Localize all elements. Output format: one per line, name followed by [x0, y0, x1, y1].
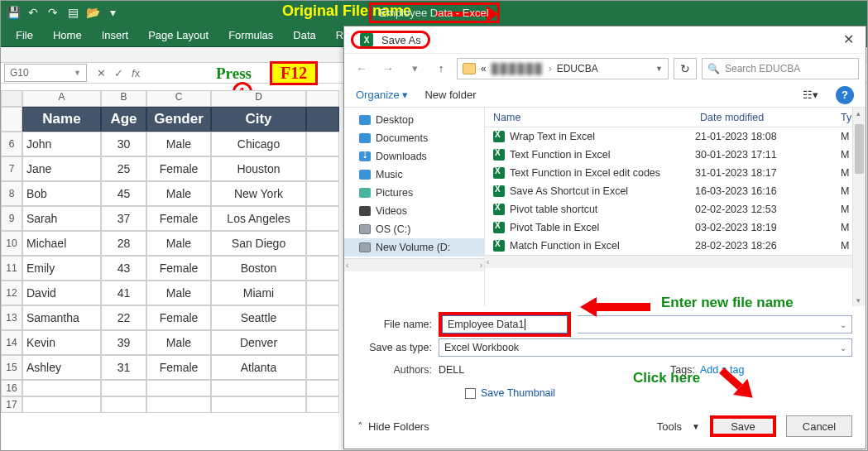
save-icon[interactable]: 💾 [7, 7, 19, 18]
cell[interactable]: 43 [101, 256, 146, 281]
row-header[interactable]: 12 [1, 281, 22, 305]
tree-item[interactable]: Music [344, 166, 484, 184]
cell[interactable]: Seattle [211, 305, 306, 330]
tools-menu[interactable]: Tools▼ [657, 420, 700, 433]
file-list-vscroll[interactable]: ▴▾ [852, 108, 866, 306]
cell[interactable]: Miami [211, 281, 306, 305]
col-date[interactable]: Date modified [700, 112, 841, 123]
tab-home[interactable]: Home [53, 29, 82, 41]
row-header[interactable]: 11 [1, 256, 22, 281]
cancel-formula-icon[interactable]: ✕ [97, 67, 106, 79]
cell[interactable]: Jane [22, 156, 101, 181]
row-header[interactable]: 13 [1, 305, 22, 330]
cell[interactable]: Ashley [22, 355, 101, 380]
row-header[interactable]: 6 [1, 132, 22, 156]
help-icon[interactable]: ? [836, 86, 854, 104]
cell[interactable]: 30 [101, 132, 146, 156]
tree-item[interactable]: Pictures [344, 184, 484, 202]
row-header[interactable]: 14 [1, 330, 22, 355]
authors-value[interactable]: DELL [439, 364, 505, 376]
cell[interactable]: 41 [101, 281, 146, 305]
file-list-hscroll[interactable]: ‹› [485, 255, 866, 268]
cell[interactable] [306, 156, 339, 181]
cancel-button[interactable]: Cancel [786, 415, 852, 437]
cell[interactable]: Chicago [211, 132, 306, 156]
tab-review-cut[interactable]: R [336, 29, 343, 41]
cell[interactable] [306, 132, 339, 156]
tree-item[interactable]: Downloads [344, 147, 484, 166]
cell[interactable] [306, 281, 339, 305]
cell[interactable]: Female [146, 355, 211, 380]
row-header[interactable]: 16 [1, 380, 22, 396]
redo-icon[interactable]: ↷ [47, 7, 59, 18]
nav-forward-icon[interactable]: → [377, 58, 399, 79]
cell[interactable]: 37 [101, 206, 146, 231]
col-header-blank[interactable] [306, 90, 339, 107]
cell[interactable]: 31 [101, 355, 146, 380]
file-row[interactable]: Text Function in Excel30-01-2023 17:11M [485, 146, 866, 164]
tab-data[interactable]: Data [293, 29, 315, 41]
fx-icon[interactable]: fx [132, 67, 140, 79]
tree-item[interactable]: Videos [344, 202, 484, 220]
organize-menu[interactable]: Organize ▾ [356, 89, 408, 101]
cell[interactable]: Sarah [22, 206, 101, 231]
row-header[interactable]: 7 [1, 156, 22, 181]
row-header[interactable]: 15 [1, 355, 22, 380]
search-input[interactable]: 🔍 Search EDUCBA [702, 58, 859, 79]
cell[interactable] [306, 305, 339, 330]
cell[interactable]: Male [146, 132, 211, 156]
row-header[interactable]: 9 [1, 206, 22, 231]
cell[interactable]: Male [146, 330, 211, 355]
qat-more-icon[interactable]: ▾ [107, 7, 118, 18]
enter-formula-icon[interactable]: ✓ [114, 67, 123, 79]
cell[interactable]: Bob [22, 181, 101, 206]
col-header-D[interactable]: D [211, 90, 306, 107]
hide-folders-toggle[interactable]: ˄ Hide Folders [357, 420, 429, 433]
tree-hscroll[interactable]: ‹› [344, 258, 484, 271]
cell[interactable]: Boston [211, 256, 306, 281]
cell[interactable]: Male [146, 281, 211, 305]
cell[interactable]: Emily [22, 256, 101, 281]
cell[interactable]: 39 [101, 330, 146, 355]
address-bar[interactable]: « ██████ › EDUCBA ▼ [457, 58, 669, 79]
tree-item[interactable]: New Volume (D: [344, 238, 484, 257]
tab-pagelayout[interactable]: Page Layout [148, 29, 209, 41]
tree-item[interactable]: Documents [344, 129, 484, 147]
cell[interactable] [306, 256, 339, 281]
file-row[interactable]: Match Function in Excel28-02-2023 18:26M [485, 237, 866, 255]
filename-input[interactable]: Employee Data1 [442, 315, 568, 333]
worksheet[interactable]: A B C D Name Age Gender City 6John30Male… [1, 90, 348, 413]
cell[interactable]: 22 [101, 305, 146, 330]
file-row[interactable]: Save As Shortcut in Excel16-03-2023 16:1… [485, 182, 866, 200]
cell[interactable]: Kevin [22, 330, 101, 355]
cell[interactable]: Atlanta [211, 355, 306, 380]
cell[interactable]: New York [211, 181, 306, 206]
cell[interactable] [306, 181, 339, 206]
view-options-icon[interactable]: ☷▾ [801, 86, 819, 104]
nav-tree[interactable]: DesktopDocumentsDownloadsMusicPicturesVi… [344, 108, 485, 306]
tab-file[interactable]: File [16, 29, 33, 41]
row-header[interactable]: 17 [1, 396, 22, 413]
name-box[interactable]: G10▼ [4, 64, 87, 82]
cell[interactable]: 28 [101, 231, 146, 256]
tab-insert[interactable]: Insert [102, 29, 129, 41]
file-row[interactable]: Wrap Text in Excel21-01-2023 18:08M [485, 127, 866, 146]
cell[interactable]: John [22, 132, 101, 156]
save-thumbnail-checkbox[interactable] [465, 388, 476, 399]
open-icon[interactable]: 📂 [87, 7, 98, 18]
file-list[interactable]: Name Date modified Ty Wrap Text in Excel… [485, 108, 866, 306]
cell[interactable]: David [22, 281, 101, 305]
row-header[interactable]: 8 [1, 181, 22, 206]
filename-input-ext[interactable]: ⌄ [578, 315, 852, 333]
cell[interactable]: 25 [101, 156, 146, 181]
row-header[interactable]: 10 [1, 231, 22, 256]
nav-history-icon[interactable]: ▾ [404, 58, 425, 79]
col-header-A[interactable]: A [22, 90, 101, 107]
tree-item[interactable]: OS (C:) [344, 220, 484, 238]
refresh-button[interactable]: ↻ [674, 58, 697, 79]
cell[interactable] [306, 206, 339, 231]
nav-up-icon[interactable]: ↑ [430, 58, 452, 79]
savetype-select[interactable]: Excel Workbook⌄ [439, 338, 852, 357]
cell[interactable]: Houston [211, 156, 306, 181]
file-row[interactable]: Pivot Table in Excel03-02-2023 18:19M [485, 218, 866, 237]
